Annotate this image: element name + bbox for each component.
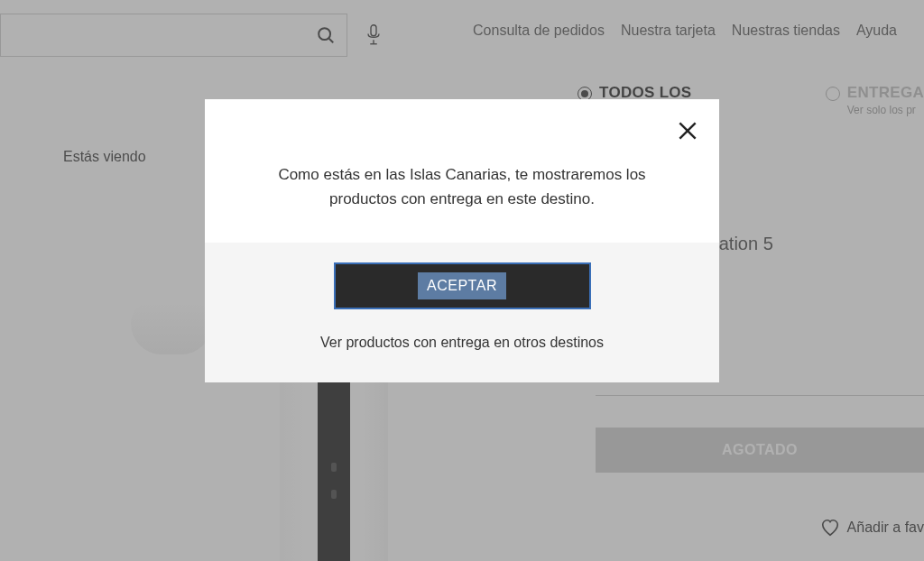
modal-body: Como estás en las Islas Canarias, te mos… — [205, 99, 719, 243]
modal-overlay: Como estás en las Islas Canarias, te mos… — [0, 0, 924, 561]
close-icon[interactable] — [676, 119, 699, 143]
other-destinations-link[interactable]: Ver productos con entrega en otros desti… — [250, 335, 674, 351]
region-modal: Como estás en las Islas Canarias, te mos… — [205, 99, 719, 382]
modal-message: Como estás en las Islas Canarias, te mos… — [250, 162, 674, 211]
accept-button[interactable]: ACEPTAR — [334, 262, 591, 309]
modal-footer: ACEPTAR Ver productos con entrega en otr… — [205, 243, 719, 382]
accept-label: ACEPTAR — [418, 272, 506, 299]
